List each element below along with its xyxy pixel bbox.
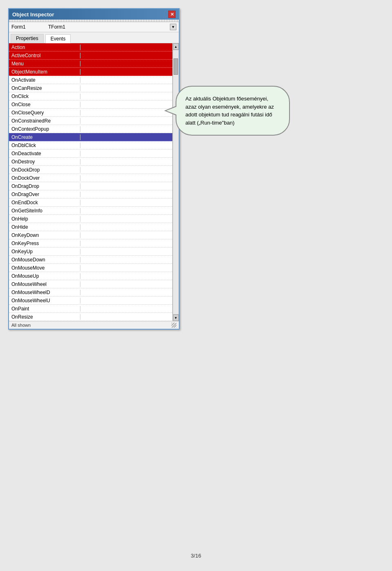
event-name: ActiveControl	[9, 53, 80, 58]
table-row[interactable]: OnCreate	[9, 133, 172, 141]
event-name: OnContextPopup	[9, 126, 80, 132]
table-row[interactable]: OnMouseMove	[9, 264, 172, 272]
event-name: OnDragOver	[9, 192, 80, 197]
table-row[interactable]: OnDragOver	[9, 190, 172, 199]
object-inspector-window: Object Inspector ✕ Form1 TForm1 ▼ Proper…	[8, 8, 180, 330]
table-row[interactable]: Menu	[9, 60, 172, 68]
event-name: OnMouseDown	[9, 257, 80, 263]
table-row[interactable]: ActiveControl	[9, 51, 172, 60]
table-row[interactable]: OnDeactivate	[9, 149, 172, 158]
table-row[interactable]: OnDestroy	[9, 158, 172, 166]
event-name: ObjectMenuItem	[9, 69, 80, 75]
table-row[interactable]: OnClose	[9, 100, 172, 109]
page-number: 3/16	[191, 553, 201, 559]
event-name: OnActivate	[9, 77, 80, 83]
table-row[interactable]: OnPaint	[9, 305, 172, 313]
status-text: All shown	[11, 323, 31, 328]
table-row[interactable]: OnDblClick	[9, 141, 172, 149]
table-row[interactable]: OnHide	[9, 223, 172, 231]
object-dropdown[interactable]: ▼	[170, 24, 176, 30]
table-row[interactable]: OnContextPopup	[9, 125, 172, 133]
table-row[interactable]: OnDragDrop	[9, 182, 172, 190]
event-name: Menu	[9, 61, 80, 67]
table-row[interactable]: OnCanResize	[9, 84, 172, 92]
tabs-row: Properties Events	[9, 32, 179, 43]
event-name: OnDblClick	[9, 143, 80, 148]
event-name: OnDestroy	[9, 159, 80, 165]
table-row[interactable]: OnMouseWheel	[9, 280, 172, 288]
table-row[interactable]: OnMouseUp	[9, 272, 172, 280]
scrollbar-vertical[interactable]: ▲ ▼	[172, 43, 179, 321]
event-name: OnMouseWheelD	[9, 290, 80, 295]
resize-grip[interactable]	[172, 323, 176, 328]
event-name: OnKeyUp	[9, 249, 80, 254]
scroll-down-button[interactable]: ▼	[173, 314, 179, 321]
table-row[interactable]: OnGetSiteInfo	[9, 207, 172, 215]
callout-bubble: Az aktuális Objektum főeseményei, azaz o…	[176, 86, 290, 136]
table-row[interactable]: OnKeyPress	[9, 239, 172, 248]
table-row[interactable]: OnClick	[9, 92, 172, 100]
table-row[interactable]: ObjectMenuItem	[9, 68, 172, 76]
table-row[interactable]: OnHelp	[9, 215, 172, 223]
object-type: TForm1	[44, 24, 170, 30]
table-row[interactable]: OnDockOver	[9, 174, 172, 182]
event-name: OnPaint	[9, 306, 80, 312]
scroll-track[interactable]	[173, 50, 179, 314]
event-name: Action	[9, 45, 80, 50]
event-name: OnMouseUp	[9, 273, 80, 279]
table-row[interactable]: OnMouseDown	[9, 256, 172, 264]
event-name: OnHelp	[9, 216, 80, 222]
event-name: OnKeyDown	[9, 232, 80, 238]
callout-text: Az aktuális Objektum főeseményei, azaz o…	[185, 96, 274, 126]
table-row[interactable]: Action	[9, 43, 172, 51]
table-row[interactable]: OnMouseWheelD	[9, 288, 172, 297]
event-name: OnHide	[9, 224, 80, 230]
object-selector-row: Form1 TForm1 ▼	[9, 22, 179, 32]
table-row[interactable]: OnResize	[9, 313, 172, 321]
close-button[interactable]: ✕	[168, 11, 176, 18]
event-name: OnMouseMove	[9, 265, 80, 271]
scroll-up-button[interactable]: ▲	[173, 43, 179, 50]
grid-content: ActionActiveControlMenuObjectMenuItemOnA…	[9, 43, 172, 321]
table-row[interactable]: OnDockDrop	[9, 166, 172, 174]
event-name: OnClose	[9, 102, 80, 107]
window-title: Object Inspector	[12, 11, 54, 18]
object-name: Form1	[11, 24, 44, 30]
event-name: OnDockOver	[9, 175, 80, 181]
event-name: OnMouseWheel	[9, 281, 80, 287]
page-wrapper: Object Inspector ✕ Form1 TForm1 ▼ Proper…	[0, 0, 392, 571]
table-row[interactable]: OnActivate	[9, 76, 172, 84]
status-bar: All shown	[9, 321, 179, 329]
event-name: OnKeyPress	[9, 241, 80, 246]
event-name: OnCloseQuery	[9, 110, 80, 116]
event-name: OnDragDrop	[9, 183, 80, 189]
title-bar: Object Inspector ✕	[9, 9, 179, 20]
event-name: OnCanResize	[9, 85, 80, 91]
tab-events[interactable]: Events	[45, 34, 71, 43]
table-row[interactable]: OnEndDock	[9, 199, 172, 207]
event-name: OnMouseWheelU	[9, 298, 80, 303]
event-name: OnDeactivate	[9, 151, 80, 156]
table-row[interactable]: OnCloseQuery	[9, 109, 172, 117]
tab-properties[interactable]: Properties	[11, 34, 44, 43]
table-row[interactable]: OnMouseWheelU	[9, 297, 172, 305]
event-name: OnDockDrop	[9, 167, 80, 173]
event-name: OnCreate	[9, 134, 80, 140]
table-row[interactable]: OnKeyUp	[9, 248, 172, 256]
event-name: OnConstrainedRe	[9, 118, 80, 124]
table-row[interactable]: OnKeyDown	[9, 231, 172, 239]
event-name: OnGetSiteInfo	[9, 208, 80, 214]
table-row[interactable]: OnConstrainedRe	[9, 117, 172, 125]
events-grid: ActionActiveControlMenuObjectMenuItemOnA…	[9, 43, 179, 321]
event-name: OnClick	[9, 94, 80, 99]
event-name: OnEndDock	[9, 200, 80, 205]
event-name: OnResize	[9, 314, 80, 320]
scroll-thumb[interactable]	[174, 58, 178, 75]
